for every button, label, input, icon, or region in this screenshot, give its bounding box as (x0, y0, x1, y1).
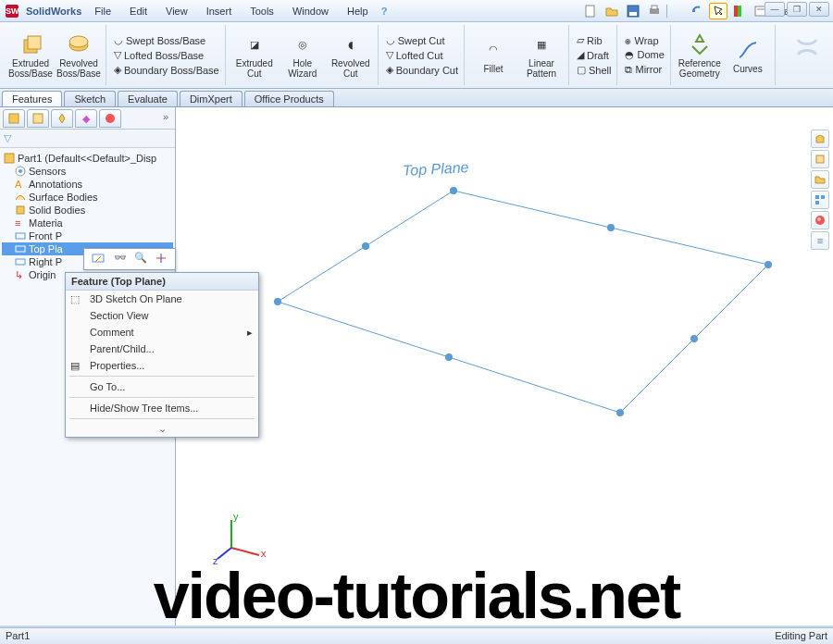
svg-rect-52 (815, 195, 819, 199)
extruded-cut-button[interactable]: ◪Extruded Cut (233, 31, 276, 79)
maximize-button[interactable]: ❐ (787, 2, 807, 17)
svg-rect-24 (33, 114, 43, 123)
tree-material[interactable]: ≡Materia (2, 217, 173, 229)
property-manager-tab[interactable] (27, 109, 49, 128)
svg-point-56 (817, 217, 821, 221)
app-name: SolidWorks (26, 6, 81, 17)
ctx-parent-child[interactable]: Parent/Child... (66, 341, 258, 357)
menu-insert[interactable]: Insert (201, 4, 238, 19)
tree-solid-bodies[interactable]: Solid Bodies (2, 204, 173, 217)
svg-rect-23 (9, 114, 19, 123)
sketch-icon[interactable] (92, 252, 106, 266)
tree-sensors[interactable]: Sensors (2, 165, 173, 178)
normal-to-icon[interactable] (155, 252, 168, 266)
design-library-tab[interactable] (811, 150, 829, 168)
menu-window[interactable]: Window (287, 4, 334, 19)
tab-dimxpert[interactable]: DimXpert (180, 91, 242, 106)
linear-pattern-button[interactable]: ▦Linear Pattern (520, 31, 563, 79)
svg-rect-51 (816, 155, 824, 163)
render-manager-tab[interactable] (99, 109, 121, 128)
ctx-expand-chevron[interactable]: ⌄ (66, 421, 258, 437)
tab-sketch[interactable]: Sketch (64, 91, 116, 106)
ctx-properties[interactable]: ▤Properties... (66, 357, 258, 374)
lofted-icon: ▽ (114, 49, 121, 61)
separator (69, 376, 255, 377)
help-icon[interactable]: ? (381, 6, 388, 17)
custom-properties-tab[interactable]: ≡ (811, 231, 829, 250)
svg-point-28 (19, 169, 22, 173)
hole-wizard-button[interactable]: ◎Hole Wizard (281, 31, 324, 79)
draft-button[interactable]: ◢Draft (577, 48, 611, 62)
eyeglass-icon[interactable]: 👓 (114, 252, 127, 266)
dome-button[interactable]: ◓Dome (625, 48, 664, 62)
boundary-boss-button[interactable]: ◈Boundary Boss/Base (114, 63, 219, 77)
lofted-boss-button[interactable]: ▽Lofted Boss/Base (114, 48, 219, 62)
rebuild-icon[interactable] (730, 3, 749, 19)
filter-icon[interactable]: ▽ (4, 132, 11, 143)
configuration-manager-tab[interactable] (51, 109, 73, 128)
svg-point-35 (450, 187, 457, 194)
tab-office-products[interactable]: Office Products (244, 91, 334, 106)
print-icon[interactable] (645, 3, 664, 19)
tree-surface-bodies[interactable]: Surface Bodies (2, 191, 173, 204)
fillet-button[interactable]: ◠Fillet (472, 37, 515, 74)
feature-manager-tab[interactable] (3, 109, 25, 128)
curves-button[interactable]: Curves (727, 37, 769, 74)
revolved-boss-button[interactable]: Revolved Boss/Base (57, 31, 100, 79)
reference-geometry-button[interactable]: Reference Geometry (678, 31, 721, 79)
ref-group: Reference Geometry Curves (673, 25, 776, 85)
tab-features[interactable]: Features (2, 91, 62, 106)
ctx-hide-show-tree[interactable]: Hide/Show Tree Items... (66, 400, 258, 416)
select-icon[interactable] (709, 3, 727, 19)
save-icon[interactable] (624, 3, 642, 19)
menu-file[interactable]: File (89, 4, 117, 19)
tree-front-plane[interactable]: Front P (2, 229, 173, 242)
svg-point-36 (765, 261, 772, 268)
menu-tools[interactable]: Tools (244, 4, 280, 19)
svg-rect-48 (93, 254, 104, 262)
dimxpert-manager-tab[interactable]: ◆ (75, 109, 97, 128)
menu-view[interactable]: View (160, 4, 193, 19)
boundary-cut-button[interactable]: ◈Boundary Cut (386, 63, 458, 77)
ctx-comment[interactable]: Comment (66, 324, 258, 341)
svg-rect-54 (815, 201, 819, 204)
manager-tabs: ◆ » (0, 107, 175, 130)
ctx-goto[interactable]: Go To... (66, 378, 258, 395)
svg-rect-4 (652, 6, 657, 9)
expand-arrow-icon[interactable]: » (159, 109, 172, 127)
graphics-viewport[interactable]: Top Plane x y z (176, 107, 833, 625)
separator (69, 397, 255, 398)
app-logo: SW (6, 5, 19, 18)
tree-root[interactable]: Part1 (Default<<Default>_Disp (2, 152, 173, 165)
swept-cut-button[interactable]: ◡Swept Cut (386, 33, 458, 47)
svg-text:y: y (233, 511, 239, 522)
menu-edit[interactable]: Edit (124, 4, 153, 19)
ribbon: Extruded Boss/Base Revolved Boss/Base ◡S… (0, 22, 833, 89)
close-button[interactable]: ✕ (809, 2, 829, 17)
extruded-boss-button[interactable]: Extruded Boss/Base (9, 31, 52, 79)
swept-boss-button[interactable]: ◡Swept Boss/Base (114, 33, 219, 47)
view-palette-tab[interactable] (811, 191, 829, 209)
ctx-3d-sketch[interactable]: ⬚3D Sketch On Plane (66, 291, 258, 307)
wrap-button[interactable]: ⎈Wrap (625, 34, 664, 47)
zoom-to-icon[interactable]: 🔍 (134, 252, 147, 266)
new-icon[interactable] (581, 3, 600, 19)
resources-tab[interactable] (811, 130, 829, 148)
wrap-group: ⎈Wrap ◓Dome ⧉Mirror (619, 25, 670, 85)
mirror-button[interactable]: ⧉Mirror (625, 63, 664, 77)
undo-icon[interactable] (688, 3, 706, 19)
menu-help[interactable]: Help (342, 4, 374, 19)
rib-button[interactable]: ▱Rib (577, 33, 611, 47)
appearances-tab[interactable] (811, 211, 829, 229)
shell-button[interactable]: ▢Shell (577, 63, 611, 77)
filter-row: ▽ (0, 130, 175, 148)
minimize-button[interactable]: — (765, 2, 785, 17)
ctx-section-view[interactable]: Section View (66, 307, 258, 324)
lofted-cut-button[interactable]: ▽Lofted Cut (386, 48, 458, 62)
open-icon[interactable] (603, 3, 621, 19)
revolved-cut-button[interactable]: ◖Revolved Cut (329, 31, 372, 79)
file-explorer-tab[interactable] (811, 170, 829, 189)
tab-evaluate[interactable]: Evaluate (118, 91, 178, 106)
svg-rect-6 (738, 6, 741, 17)
tree-annotations[interactable]: AAnnotations (2, 178, 173, 191)
